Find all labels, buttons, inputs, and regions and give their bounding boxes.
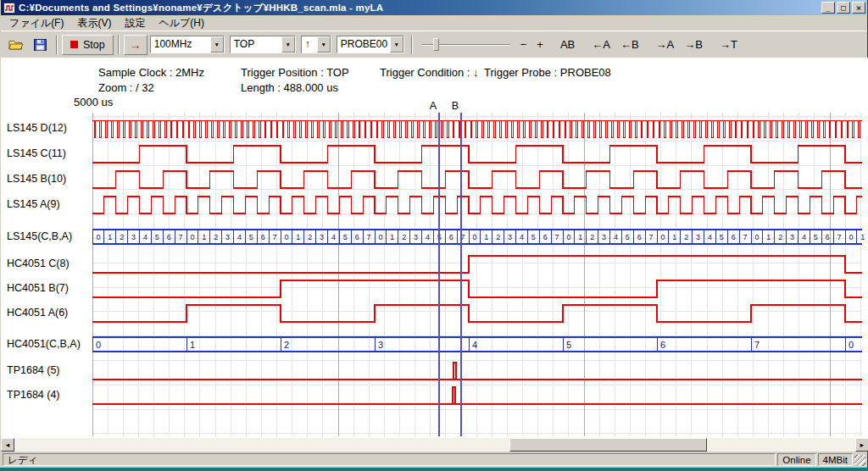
scroll-right-button[interactable]: ► bbox=[855, 438, 868, 452]
trigger-edge-select[interactable]: ↑ ▼ bbox=[301, 36, 331, 53]
svg-text:1: 1 bbox=[190, 340, 195, 350]
svg-text:7: 7 bbox=[179, 233, 183, 241]
svg-text:5: 5 bbox=[626, 233, 630, 241]
svg-text:0: 0 bbox=[284, 233, 288, 241]
svg-text:2: 2 bbox=[684, 233, 688, 241]
svg-text:4: 4 bbox=[614, 233, 618, 241]
svg-text:7: 7 bbox=[649, 233, 654, 241]
svg-text:7: 7 bbox=[555, 233, 559, 241]
svg-text:4: 4 bbox=[426, 233, 430, 241]
svg-text:7: 7 bbox=[743, 233, 748, 241]
svg-text:0: 0 bbox=[849, 233, 853, 241]
save-icon bbox=[34, 39, 47, 51]
svg-text:2: 2 bbox=[496, 233, 500, 241]
ab-cursors-button[interactable]: AB bbox=[556, 36, 579, 53]
menu-file[interactable]: ファイル(F) bbox=[3, 15, 70, 31]
trigger-probe-value: PROBE00 bbox=[337, 36, 390, 53]
svg-text:5: 5 bbox=[531, 233, 536, 241]
close-button[interactable]: × bbox=[852, 2, 865, 14]
svg-text:6: 6 bbox=[355, 233, 359, 241]
menu-settings[interactable]: 設定 bbox=[118, 15, 152, 31]
zoom-in-button[interactable]: + bbox=[532, 36, 548, 53]
chevron-glyph: ▼ bbox=[394, 42, 399, 47]
goto-trigger-button[interactable]: →T bbox=[715, 36, 742, 53]
svg-text:2: 2 bbox=[778, 233, 782, 241]
goto-cursor-a-button[interactable]: ←A bbox=[587, 36, 615, 53]
status-memory: 4MBit bbox=[818, 453, 853, 466]
svg-text:6: 6 bbox=[637, 233, 642, 241]
svg-text:3: 3 bbox=[320, 233, 324, 241]
set-cursor-a-button[interactable]: →A bbox=[652, 36, 679, 53]
resize-grip[interactable] bbox=[854, 455, 865, 466]
zoom-slider[interactable] bbox=[422, 36, 510, 54]
maximize-button[interactable]: □ bbox=[837, 2, 850, 14]
scrollbar-thumb[interactable] bbox=[509, 438, 707, 452]
svg-text:1: 1 bbox=[860, 233, 865, 241]
svg-text:1: 1 bbox=[296, 233, 300, 241]
run-arrow-icon: → bbox=[130, 39, 142, 51]
svg-text:3: 3 bbox=[414, 233, 418, 241]
minimize-button[interactable]: _ bbox=[821, 2, 835, 14]
svg-text:B: B bbox=[452, 100, 459, 112]
svg-text:6: 6 bbox=[826, 233, 830, 241]
chevron-down-icon[interactable]: ▼ bbox=[390, 36, 403, 53]
stop-label: Stop bbox=[83, 39, 105, 51]
menu-help[interactable]: ヘルプ(H) bbox=[152, 15, 211, 31]
run-button[interactable]: → bbox=[124, 35, 147, 55]
svg-text:6: 6 bbox=[732, 233, 736, 241]
waveform-canvas[interactable]: 0123456701234567012345670123456701234567… bbox=[1, 58, 868, 438]
sample-clock-value: 100MHz bbox=[151, 36, 210, 53]
toolbar: Stop → 100MHz ▼ TOP ▼ ↑ ▼ PROBE00 ▼ − + … bbox=[1, 30, 867, 58]
sample-clock-select[interactable]: 100MHz ▼ bbox=[150, 36, 225, 53]
save-button[interactable] bbox=[29, 35, 51, 55]
svg-text:3: 3 bbox=[508, 233, 512, 241]
svg-text:6: 6 bbox=[167, 233, 171, 241]
svg-text:1: 1 bbox=[672, 233, 676, 241]
chevron-glyph: ▼ bbox=[286, 42, 291, 47]
svg-text:7: 7 bbox=[754, 340, 760, 350]
horizontal-scrollbar[interactable]: ◄ ► bbox=[1, 438, 868, 452]
stop-button[interactable]: Stop bbox=[62, 35, 114, 55]
svg-text:1: 1 bbox=[390, 233, 394, 241]
svg-text:7: 7 bbox=[837, 233, 842, 241]
title-bar: C:¥Documents and Settings¥noname¥デスクトップ¥… bbox=[1, 0, 867, 15]
set-cursor-b-button[interactable]: →B bbox=[680, 36, 707, 53]
menu-view[interactable]: 表示(V) bbox=[70, 15, 118, 31]
svg-text:4: 4 bbox=[802, 233, 806, 241]
svg-text:0: 0 bbox=[472, 233, 476, 241]
close-icon: × bbox=[856, 4, 862, 12]
svg-text:0: 0 bbox=[660, 233, 665, 241]
svg-text:0: 0 bbox=[566, 233, 570, 241]
svg-text:4: 4 bbox=[331, 233, 336, 241]
goto-cursor-b-button[interactable]: ←B bbox=[616, 36, 643, 53]
status-message: レディ bbox=[3, 453, 776, 466]
app-window: C:¥Documents and Settings¥noname¥デスクトップ¥… bbox=[0, 0, 868, 468]
app-icon bbox=[3, 2, 16, 14]
scroll-right-icon: ► bbox=[859, 441, 865, 449]
chevron-down-icon[interactable]: ▼ bbox=[317, 36, 331, 53]
svg-text:2: 2 bbox=[214, 233, 218, 241]
svg-text:0: 0 bbox=[754, 233, 759, 241]
svg-text:6: 6 bbox=[261, 233, 265, 241]
toolbar-separator bbox=[56, 36, 58, 54]
stop-icon bbox=[70, 41, 78, 48]
scroll-left-button[interactable]: ◄ bbox=[1, 438, 14, 452]
trigger-edge-value: ↑ bbox=[302, 36, 317, 53]
window-title: C:¥Documents and Settings¥noname¥デスクトップ¥… bbox=[16, 2, 820, 14]
scrollbar-track[interactable] bbox=[14, 438, 855, 452]
open-file-button[interactable] bbox=[5, 35, 27, 55]
svg-text:4: 4 bbox=[237, 233, 242, 241]
trigger-position-select[interactable]: TOP ▼ bbox=[230, 36, 296, 53]
zoom-out-button[interactable]: − bbox=[516, 36, 531, 53]
chevron-down-icon[interactable]: ▼ bbox=[210, 36, 224, 53]
trigger-probe-select[interactable]: PROBE00 ▼ bbox=[337, 36, 404, 53]
status-online: Online bbox=[777, 453, 815, 466]
svg-text:2: 2 bbox=[402, 233, 406, 241]
trigger-position-value: TOP bbox=[231, 36, 281, 53]
svg-text:2: 2 bbox=[590, 233, 594, 241]
svg-text:4: 4 bbox=[520, 233, 524, 241]
svg-text:6: 6 bbox=[660, 340, 665, 350]
open-folder-icon bbox=[8, 39, 24, 50]
chevron-down-icon[interactable]: ▼ bbox=[281, 36, 295, 53]
slider-thumb[interactable] bbox=[433, 38, 439, 51]
